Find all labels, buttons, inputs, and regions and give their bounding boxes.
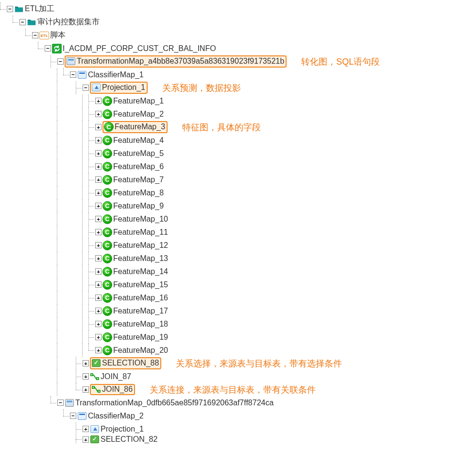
tree-node-featuremap[interactable]: +CFeatureMap_5	[0, 147, 476, 160]
expand-toggle[interactable]: +	[83, 386, 89, 393]
tree-node-featuremap[interactable]: +CFeatureMap_11	[0, 226, 476, 239]
collapse-toggle[interactable]: −	[57, 400, 64, 406]
expand-toggle[interactable]: +	[83, 360, 89, 366]
collapse-toggle[interactable]: −	[57, 58, 64, 65]
feature-c-icon: C	[104, 122, 114, 132]
collapse-toggle[interactable]: −	[83, 85, 89, 91]
expand-toggle[interactable]: +	[95, 229, 102, 235]
tree-node-featuremap[interactable]: +CFeatureMap_9	[0, 199, 476, 212]
expand-toggle[interactable]: +	[83, 436, 89, 443]
tree-node-featuremap[interactable]: +CFeatureMap_20	[0, 344, 476, 357]
expand-toggle[interactable]: +	[95, 281, 102, 288]
expand-toggle[interactable]: +	[95, 295, 102, 301]
collapse-toggle[interactable]: −	[7, 6, 13, 12]
feature-c-icon: C	[102, 201, 112, 211]
expand-toggle[interactable]: +	[95, 176, 102, 183]
collapse-toggle[interactable]: −	[32, 32, 38, 38]
node-label: FeatureMap_16	[113, 294, 168, 302]
etl-icon: ETL	[39, 31, 49, 40]
expand-toggle[interactable]: +	[95, 150, 102, 156]
node-label: ClassifierMap_2	[88, 412, 144, 420]
node-label: JOIN_86	[102, 385, 133, 394]
node-label: FeatureMap_1	[113, 97, 164, 105]
tree-node-transformation-map[interactable]: − TransformationMap_a4bb8e37039a5a836319…	[0, 55, 476, 68]
node-label: TransformationMap_0dfb665ae85f971692063a…	[75, 399, 273, 407]
expand-toggle[interactable]: +	[95, 321, 102, 327]
tree-node-root[interactable]: − ETL加工	[0, 2, 476, 16]
selection-icon	[90, 435, 100, 443]
node-label: SELECTION_88	[102, 359, 159, 367]
feature-c-icon: C	[102, 332, 112, 342]
node-label: FeatureMap_3	[115, 122, 165, 131]
expand-toggle[interactable]: +	[95, 334, 102, 340]
tree-node-featuremap[interactable]: +CFeatureMap_14	[0, 265, 476, 278]
tree-node-featuremap[interactable]: +CFeatureMap_8	[0, 186, 476, 199]
node-label: FeatureMap_6	[113, 162, 164, 171]
expand-toggle[interactable]: +	[95, 111, 102, 117]
node-label: JOIN_87	[101, 372, 131, 381]
node-label: 审计内控数据集市	[37, 17, 100, 27]
tree-node-projection[interactable]: + Projection_1	[0, 422, 476, 435]
tree-node-featuremap[interactable]: +CFeatureMap_16	[0, 291, 476, 304]
tree-node-featuremap[interactable]: +CFeatureMap_3特征图，具体的字段	[0, 121, 476, 134]
tree-node-featuremap[interactable]: +CFeatureMap_15	[0, 278, 476, 291]
node-label: FeatureMap_5	[113, 149, 164, 158]
tree-node-featuremap[interactable]: +CFeatureMap_1	[0, 94, 476, 107]
tree-node-featuremap[interactable]: +CFeatureMap_19	[0, 330, 476, 344]
tree-node-featuremap[interactable]: +CFeatureMap_17	[0, 304, 476, 317]
node-label: Projection_1	[102, 83, 145, 92]
highlighted-node: TransformationMap_a4bb8e37039a5a83631902…	[65, 55, 287, 68]
collapse-toggle[interactable]: −	[45, 45, 51, 52]
tree-node-join[interactable]: + JOIN_87	[0, 370, 476, 383]
expand-toggle[interactable]: +	[95, 163, 102, 170]
collapse-toggle[interactable]: −	[19, 19, 26, 25]
expand-toggle[interactable]: +	[95, 216, 102, 222]
collapse-toggle[interactable]: −	[70, 71, 76, 78]
node-label: ETL加工	[25, 4, 54, 14]
expand-toggle[interactable]: +	[95, 308, 102, 314]
tree-node-featuremap[interactable]: +CFeatureMap_4	[0, 134, 476, 147]
feature-c-icon: C	[102, 96, 112, 106]
expand-toggle[interactable]: +	[95, 203, 102, 209]
feature-c-icon: C	[102, 214, 112, 224]
feature-c-icon: C	[102, 241, 112, 250]
tree-node-featuremap[interactable]: +CFeatureMap_13	[0, 252, 476, 265]
classifier-icon	[77, 411, 87, 421]
tree-node-join[interactable]: + JOIN_86 关系连接，来源表与目标表，带有关联条件	[0, 383, 476, 396]
expand-toggle[interactable]: +	[95, 242, 102, 248]
expand-toggle[interactable]: +	[95, 255, 102, 261]
tree-node-featuremap[interactable]: +CFeatureMap_2	[0, 107, 476, 121]
expand-toggle[interactable]: +	[95, 268, 102, 275]
tree-node-featuremap[interactable]: +CFeatureMap_18	[0, 317, 476, 330]
node-label: SELECTION_82	[101, 435, 157, 443]
collapse-toggle[interactable]: −	[70, 413, 76, 419]
expand-toggle[interactable]: +	[95, 98, 102, 104]
expand-toggle[interactable]: +	[83, 373, 89, 380]
tree-node[interactable]: − 审计内控数据集市	[0, 16, 476, 29]
node-label: TransformationMap_a4bb8e37039a5a83631902…	[77, 57, 284, 66]
expand-toggle[interactable]: +	[83, 426, 89, 432]
tree-node-selection[interactable]: + SELECTION_82	[0, 435, 476, 443]
node-label: FeatureMap_18	[113, 320, 168, 329]
tree-node[interactable]: − ETL 脚本	[0, 29, 476, 42]
highlighted-node: JOIN_86	[90, 384, 135, 395]
expand-toggle[interactable]: +	[95, 124, 102, 130]
tree-node-selection[interactable]: + SELECTION_88 关系选择，来源表与目标表，带有选择条件	[0, 357, 476, 370]
map-icon	[65, 398, 74, 408]
join-icon	[90, 372, 100, 381]
tree-node-featuremap[interactable]: +CFeatureMap_7	[0, 173, 476, 186]
tree-node-featuremap[interactable]: +CFeatureMap_10	[0, 212, 476, 226]
tree-node-projection[interactable]: − Projection_1 关系预测，数据投影	[0, 81, 476, 94]
node-label: FeatureMap_20	[113, 346, 168, 355]
expand-toggle[interactable]: +	[95, 190, 102, 196]
feature-c-icon: C	[102, 280, 112, 290]
tree-node[interactable]: − I_ACDM_PF_CORP_CUST_CR_BAL_INFO	[0, 42, 476, 55]
expand-toggle[interactable]: +	[95, 137, 102, 143]
tree-node[interactable]: − ClassifierMap_1	[0, 68, 476, 81]
expand-toggle[interactable]: +	[95, 347, 102, 353]
tree-node-featuremap[interactable]: +CFeatureMap_12	[0, 239, 476, 252]
tree-node[interactable]: − ClassifierMap_2	[0, 409, 476, 422]
feature-c-icon: C	[102, 254, 112, 263]
tree-node-transformation-map[interactable]: − TransformationMap_0dfb665ae85f97169206…	[0, 396, 476, 409]
tree-node-featuremap[interactable]: +CFeatureMap_6	[0, 160, 476, 173]
